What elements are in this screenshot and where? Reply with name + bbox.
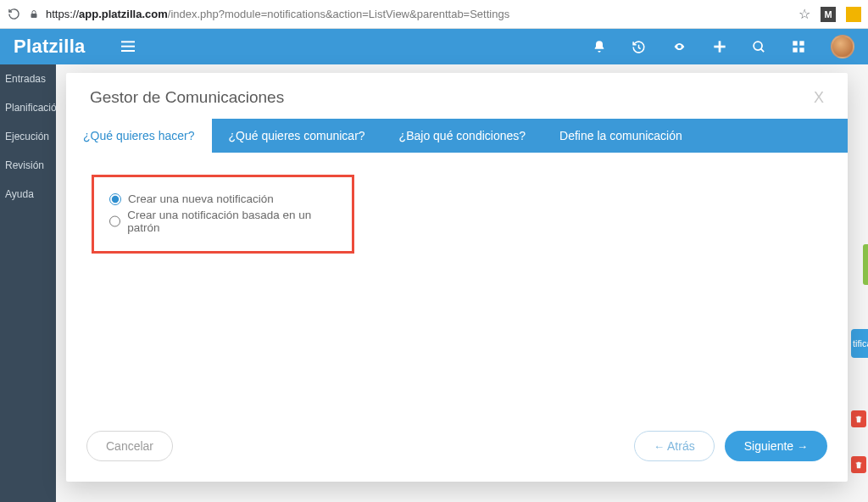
option-label: Crear una notificación basada en un patr… [127, 209, 337, 234]
radio-pattern-notification[interactable] [109, 215, 120, 227]
back-button[interactable]: ← Atrás [634, 431, 715, 461]
bg-notification-chip[interactable]: tifica [851, 329, 868, 358]
svg-point-4 [678, 46, 680, 47]
modal-footer: Cancelar ← Atrás Siguiente → [66, 416, 848, 482]
bell-icon[interactable] [593, 40, 606, 53]
background-content: tifica [851, 64, 868, 502]
next-button-label: Siguiente [744, 439, 793, 453]
trash-icon[interactable] [851, 410, 866, 427]
cancel-button[interactable]: Cancelar [86, 431, 173, 461]
brand-logo[interactable]: Platzilla [14, 36, 86, 58]
radio-new-notification[interactable] [109, 193, 121, 205]
trash-icon[interactable] [851, 456, 866, 473]
menu-hamburger-icon[interactable] [120, 40, 136, 53]
option-label: Crear una nueva notificación [128, 192, 274, 205]
arrow-right-icon: → [797, 440, 808, 453]
browser-address-bar: https://app.platzilla.com/index.php?modu… [0, 0, 868, 29]
arrow-left-icon: ← [654, 440, 665, 453]
modal-title: Gestor de Comunicaciones [90, 88, 284, 107]
svg-rect-9 [793, 41, 797, 45]
sidebar: Entradas Planificación Ejecución Revisió… [0, 64, 56, 502]
sidebar-item-planificacion[interactable]: Planificación [0, 93, 56, 122]
svg-line-8 [761, 48, 765, 52]
svg-rect-3 [121, 50, 135, 52]
lock-icon [29, 9, 39, 20]
svg-rect-1 [121, 41, 135, 42]
close-icon[interactable]: X [814, 89, 824, 107]
tab-define-la-comunicacion[interactable]: Define la comunicación [542, 119, 699, 153]
svg-rect-6 [714, 46, 725, 48]
tab-que-quieres-comunicar[interactable]: ¿Qué quieres comunicar? [212, 119, 382, 153]
url-text: https://app.platzilla.com/index.php?modu… [46, 8, 509, 20]
bookmark-star-icon[interactable]: ☆ [798, 6, 810, 22]
modal-body: Crear una nueva notificación Crear una n… [66, 153, 848, 416]
search-icon[interactable] [752, 40, 766, 54]
svg-rect-12 [799, 47, 804, 52]
sidebar-item-ejecucion[interactable]: Ejecución [0, 122, 56, 151]
eye-icon[interactable] [671, 41, 687, 53]
app-header: Platzilla [0, 29, 868, 64]
communications-manager-modal: Gestor de Comunicaciones X ¿Qué quieres … [66, 73, 848, 482]
svg-point-7 [754, 42, 762, 50]
extension-m-icon[interactable]: M [821, 7, 836, 22]
tab-bajo-que-condiciones[interactable]: ¿Bajo qué condiciones? [382, 119, 542, 153]
svg-rect-10 [799, 41, 804, 45]
avatar[interactable] [831, 35, 854, 59]
wizard-tabs: ¿Qué quieres hacer? ¿Qué quieres comunic… [66, 119, 848, 153]
option-highlight-box: Crear una nueva notificación Crear una n… [92, 175, 354, 254]
tab-que-quieres-hacer[interactable]: ¿Qué quieres hacer? [66, 119, 212, 153]
apps-grid-icon[interactable] [792, 40, 805, 53]
back-button-label: Atrás [667, 439, 695, 453]
extension-y-icon[interactable] [846, 7, 861, 22]
svg-rect-0 [31, 14, 37, 18]
svg-rect-2 [121, 46, 135, 47]
modal-header: Gestor de Comunicaciones X [66, 73, 848, 119]
option-new-notification[interactable]: Crear una nueva notificación [109, 192, 337, 205]
option-pattern-notification[interactable]: Crear una notificación basada en un patr… [109, 209, 337, 234]
sidebar-item-revision[interactable]: Revisión [0, 151, 56, 180]
svg-rect-11 [793, 47, 797, 52]
bg-green-strip [863, 244, 868, 285]
url-field[interactable]: https://app.platzilla.com/index.php?modu… [29, 8, 790, 20]
sidebar-item-entradas[interactable]: Entradas [0, 64, 56, 93]
next-button[interactable]: Siguiente → [725, 431, 827, 461]
reload-icon[interactable] [7, 8, 20, 21]
history-icon[interactable] [632, 40, 646, 54]
sidebar-item-ayuda[interactable]: Ayuda [0, 180, 56, 209]
plus-icon[interactable] [713, 40, 726, 53]
